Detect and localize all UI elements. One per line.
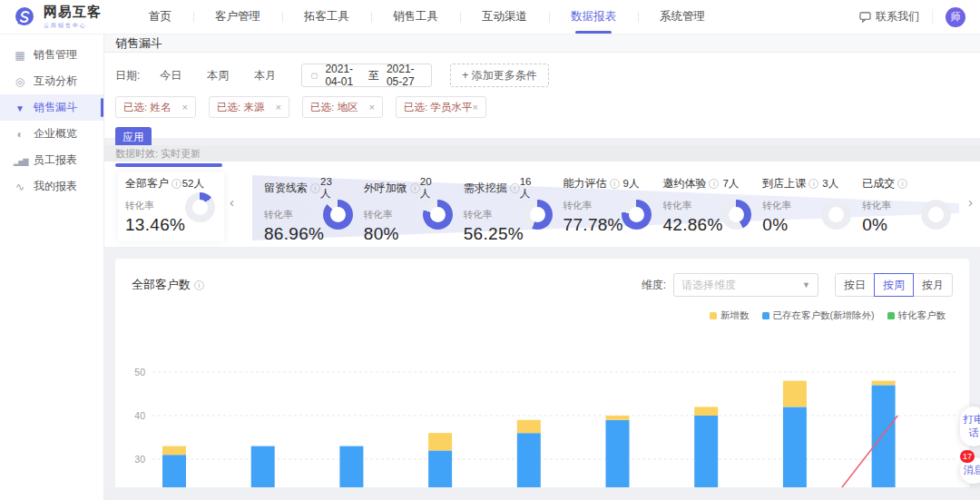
info-icon[interactable]: i xyxy=(808,179,818,189)
stage-name: 外呼加微i xyxy=(364,181,420,196)
logo-subtitle: 云商销售中心 xyxy=(44,22,102,30)
funnel-stage: 到店上课i3人转化率0% xyxy=(757,176,857,244)
date-range-picker[interactable]: 2021-04-01 至 2021-05-27 xyxy=(301,64,432,87)
sidebar-item[interactable]: 互动分析 xyxy=(0,68,103,94)
info-icon[interactable]: i xyxy=(709,179,719,189)
chart-title: 全部客户数 xyxy=(132,277,191,293)
funnel-stage-all-customers: 全部客户 i 52人 转化率 13.46% xyxy=(118,172,224,241)
quick-option-month[interactable]: 本月 xyxy=(254,68,276,83)
apply-button[interactable]: 应用 xyxy=(115,127,152,147)
funnel-stage: 邀约体验i7人转化率42.86% xyxy=(657,176,757,244)
customers-chart-svg: 50403020 xyxy=(127,366,958,500)
stage-donut xyxy=(185,192,215,222)
chevron-right-icon[interactable]: › xyxy=(968,194,973,210)
close-icon[interactable]: × xyxy=(276,102,281,113)
legend-swatch xyxy=(710,312,717,319)
stage-donut xyxy=(523,200,553,230)
add-more-conditions-button[interactable]: + 添加更多条件 xyxy=(450,64,548,87)
date-start: 2021-04-01 xyxy=(325,63,360,88)
sidebar-item[interactable]: 销售漏斗 xyxy=(0,94,103,121)
dimension-label: 维度: xyxy=(642,278,666,293)
sidebar: 销售管理互动分析销售漏斗企业概览员工报表我的报表 xyxy=(0,34,104,500)
analysis-icon xyxy=(14,75,26,88)
funnel-icon xyxy=(14,102,26,114)
dimension-placeholder: 请选择维度 xyxy=(681,278,736,293)
period-button[interactable]: 按月 xyxy=(913,273,953,297)
contact-us-label: 联系我们 xyxy=(876,9,919,25)
filter-chip: 已选: 学员水平× xyxy=(396,96,486,118)
nav-item[interactable]: 拓客工具 xyxy=(282,0,371,34)
selected-filter-chips: 已选: 姓名×已选: 来源×已选: 地区×已选: 学员水平× xyxy=(115,96,969,118)
stage-donut xyxy=(323,200,353,230)
period-button-group: 按日按周按月 xyxy=(835,273,953,297)
report-icon xyxy=(14,181,26,193)
stage-count: 16人 xyxy=(520,176,553,201)
funnel-stage: 留资线索i23人转化率86.96% xyxy=(259,176,358,244)
stage-count: 7人 xyxy=(722,177,751,191)
close-icon[interactable]: × xyxy=(182,102,188,113)
main-content: 销售漏斗 日期: 今日 本周 本月 2021-04-01 至 2021-05-2… xyxy=(104,34,980,500)
bottom-scroll-strip[interactable] xyxy=(104,487,980,500)
chevron-left-icon[interactable]: ‹ xyxy=(230,194,234,210)
nav-item[interactable]: 销售工具 xyxy=(371,0,460,34)
date-separator: 至 xyxy=(368,68,379,83)
stage-donut xyxy=(821,200,851,230)
close-icon[interactable]: × xyxy=(369,102,375,113)
legend-item[interactable]: 转化客户数 xyxy=(887,309,946,322)
sidebar-item[interactable]: 员工报表 xyxy=(0,147,103,173)
period-button[interactable]: 按周 xyxy=(874,273,914,297)
filter-chip: 已选: 地区× xyxy=(302,96,383,118)
nav-item[interactable]: 首页 xyxy=(127,0,193,34)
legend-item[interactable]: 新增数 xyxy=(710,309,750,322)
chat-bubble-icon xyxy=(859,12,871,23)
quick-option-today[interactable]: 今日 xyxy=(160,68,181,83)
filter-chip-label: 已选: 学员水平 xyxy=(404,101,472,114)
top-navbar: 网易互客 云商销售中心 首页客户管理拓客工具销售工具互动渠道数据报表系统管理 联… xyxy=(0,0,980,34)
close-icon[interactable]: × xyxy=(473,102,478,113)
data-freshness-strip: 数据时效: 实时更新 xyxy=(104,145,980,162)
nav-item[interactable]: 客户管理 xyxy=(193,0,282,34)
stage-name: 邀约体验i xyxy=(662,176,719,191)
date-filter-label: 日期: xyxy=(115,68,140,83)
nav-item[interactable]: 系统管理 xyxy=(638,0,727,34)
funnel-scroll-indicator[interactable] xyxy=(115,163,222,167)
grid-icon xyxy=(14,49,26,62)
make-call-button[interactable]: 打电话 xyxy=(960,407,980,446)
logo-icon xyxy=(13,5,36,29)
sidebar-item-label: 互动分析 xyxy=(34,74,77,89)
funnel-panel: 全部客户 i 52人 转化率 13.46% ‹ 留资线索i23人转化率86.96… xyxy=(104,162,980,247)
info-icon[interactable]: i xyxy=(194,280,204,290)
stage-name: 全部客户 xyxy=(125,176,169,191)
info-icon[interactable]: i xyxy=(610,179,620,189)
funnel-stage: 外呼加微i20人转化率80% xyxy=(358,176,458,244)
legend-swatch xyxy=(887,312,895,319)
quick-option-week[interactable]: 本周 xyxy=(207,68,229,83)
info-icon[interactable]: i xyxy=(897,179,907,189)
filter-chip-label: 已选: 姓名 xyxy=(123,101,171,114)
avatar[interactable]: 师 xyxy=(946,7,965,27)
dimension-select[interactable]: 请选择维度 ▼ xyxy=(673,273,818,297)
sidebar-item[interactable]: 企业概览 xyxy=(0,121,103,147)
legend-item[interactable]: 已存在客户数(新增除外) xyxy=(762,309,875,322)
nav-item[interactable]: 数据报表 xyxy=(549,0,638,34)
period-button[interactable]: 按日 xyxy=(835,273,875,297)
nav-item[interactable]: 互动渠道 xyxy=(460,0,549,34)
bar-chart-icon xyxy=(14,154,26,167)
sidebar-item[interactable]: 销售管理 xyxy=(0,42,103,68)
logo[interactable]: 网易互客 云商销售中心 xyxy=(0,4,127,30)
stage-count: 23人 xyxy=(320,176,353,201)
svg-text:30: 30 xyxy=(134,454,145,465)
info-icon[interactable]: i xyxy=(510,183,520,193)
stage-count: 9人 xyxy=(623,177,652,191)
filter-panel: 日期: 今日 本周 本月 2021-04-01 至 2021-05-27 + 添… xyxy=(104,53,980,138)
funnel-stage: 能力评估i9人转化率77.78% xyxy=(558,176,658,244)
svg-text:40: 40 xyxy=(134,410,145,421)
customers-chart-card: 全部客户数 i 维度: 请选择维度 ▼ 按日按周按月 新增数已存在客户数(新增除… xyxy=(115,259,969,500)
info-icon[interactable]: i xyxy=(410,183,420,193)
info-icon[interactable]: i xyxy=(310,183,320,193)
calendar-icon xyxy=(311,71,318,81)
stage-donut xyxy=(423,200,453,230)
contact-us-link[interactable]: 联系我们 xyxy=(859,9,933,25)
sidebar-item[interactable]: 我的报表 xyxy=(0,173,103,200)
info-icon[interactable]: i xyxy=(172,179,181,189)
